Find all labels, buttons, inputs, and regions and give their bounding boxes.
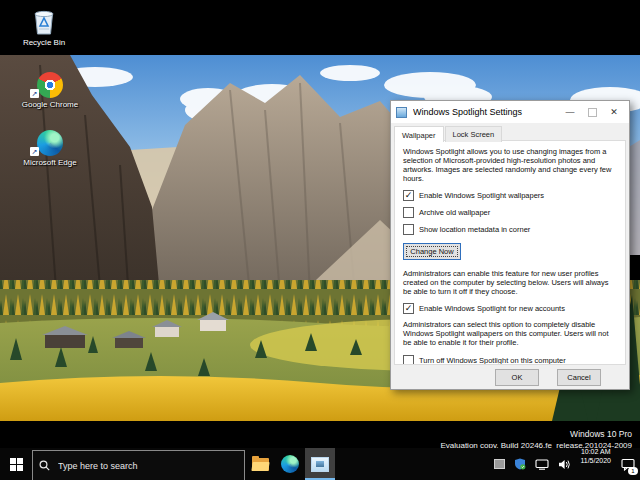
admin-disable-text: Administrators can select this option to… bbox=[403, 320, 617, 347]
dialog-title: Windows Spotlight Settings bbox=[413, 107, 559, 117]
wallpaper-tab-page: Windows Spotlight allows you to use chan… bbox=[394, 140, 626, 365]
volume-icon[interactable] bbox=[558, 459, 571, 470]
watermark-edition: Windows 10 Pro bbox=[440, 429, 632, 440]
checkbox-archive-old-wallpaper[interactable]: Archive old wallpaper bbox=[403, 207, 617, 218]
desktop-icon-label: Recycle Bin bbox=[12, 38, 76, 47]
shortcut-arrow-icon: ↗ bbox=[30, 89, 39, 98]
checkbox-label: Archive old wallpaper bbox=[419, 208, 490, 217]
cancel-button[interactable]: Cancel bbox=[557, 369, 601, 386]
app-window-icon bbox=[396, 107, 407, 118]
taskbar-clock[interactable]: 10:02 AM 11/5/2020 bbox=[575, 448, 616, 480]
taskbar-file-explorer[interactable] bbox=[245, 448, 275, 480]
checkbox-label: Turn off Windows Spotlight on this compu… bbox=[419, 356, 566, 365]
checkbox-box[interactable] bbox=[403, 207, 414, 218]
system-tray bbox=[490, 448, 575, 480]
desktop-icon-label: Google Chrome bbox=[18, 100, 82, 109]
start-button[interactable] bbox=[0, 448, 32, 480]
tab-lock-screen[interactable]: Lock Screen bbox=[445, 126, 503, 142]
windows-logo-icon bbox=[10, 458, 23, 471]
file-explorer-icon bbox=[252, 458, 269, 471]
checkbox-label: Enable Windows Spotlight wallpapers bbox=[419, 191, 544, 200]
maximize-button bbox=[581, 103, 603, 121]
taskbar: 10:02 AM 11/5/2020 1 bbox=[0, 448, 640, 480]
checkbox-box[interactable]: ✓ bbox=[403, 303, 414, 314]
desktop-icon-microsoft-edge[interactable]: ↗ Microsoft Edge bbox=[18, 124, 82, 167]
edge-icon bbox=[37, 130, 63, 156]
checkbox-box[interactable] bbox=[403, 355, 414, 365]
checkbox-enable-spotlight-new-accounts[interactable]: ✓ Enable Windows Spotlight for new accou… bbox=[403, 303, 617, 314]
edge-icon bbox=[281, 455, 299, 473]
dialog-footer: OK Cancel bbox=[391, 365, 629, 389]
taskbar-edge[interactable] bbox=[275, 448, 305, 480]
clock-time: 10:02 AM bbox=[580, 448, 611, 457]
tab-strip: Wallpaper Lock Screen bbox=[394, 126, 629, 142]
action-center-button[interactable]: 1 bbox=[616, 448, 640, 480]
checkbox-enable-spotlight-wallpapers[interactable]: ✓ Enable Windows Spotlight wallpapers bbox=[403, 190, 617, 201]
search-input[interactable] bbox=[56, 460, 238, 472]
taskbar-spotlight-settings-active[interactable] bbox=[305, 448, 335, 480]
dialog-titlebar: Windows Spotlight Settings — ✕ bbox=[391, 101, 629, 123]
desktop-icon-recycle-bin[interactable]: Recycle Bin bbox=[12, 4, 76, 47]
close-button[interactable]: ✕ bbox=[603, 103, 625, 121]
tab-wallpaper[interactable]: Wallpaper bbox=[394, 126, 444, 142]
admin-enable-text: Administrators can enable this feature f… bbox=[403, 269, 617, 296]
checkbox-show-location-metadata[interactable]: Show location metadata in corner bbox=[403, 224, 617, 235]
checkbox-label: Enable Windows Spotlight for new account… bbox=[419, 304, 565, 313]
search-icon bbox=[39, 460, 50, 471]
windows-security-icon[interactable] bbox=[514, 458, 526, 470]
clock-date: 11/5/2020 bbox=[580, 457, 611, 466]
desktop-icon-label: Microsoft Edge bbox=[18, 158, 82, 167]
desktop-icon-google-chrome[interactable]: ↗ Google Chrome bbox=[18, 66, 82, 109]
ok-button[interactable]: OK bbox=[495, 369, 539, 386]
taskbar-empty-area bbox=[335, 448, 490, 480]
taskbar-search[interactable] bbox=[32, 450, 245, 480]
shortcut-arrow-icon: ↗ bbox=[30, 147, 39, 156]
spotlight-app-icon bbox=[311, 457, 329, 472]
notification-badge: 1 bbox=[628, 467, 638, 475]
intro-text: Windows Spotlight allows you to use chan… bbox=[403, 147, 617, 183]
recycle-bin-icon bbox=[12, 4, 76, 36]
maximize-icon bbox=[588, 108, 597, 117]
tray-app-icon[interactable] bbox=[494, 459, 505, 469]
chrome-icon bbox=[37, 72, 63, 98]
checkbox-box[interactable] bbox=[403, 224, 414, 235]
change-now-button[interactable]: Change Now bbox=[403, 243, 461, 260]
checkbox-box[interactable]: ✓ bbox=[403, 190, 414, 201]
checkbox-turn-off-spotlight[interactable]: Turn off Windows Spotlight on this compu… bbox=[403, 355, 617, 365]
desktop-screen: Recycle Bin ↗ Google Chrome ↗ Microsoft … bbox=[0, 0, 640, 480]
checkbox-label: Show location metadata in corner bbox=[419, 225, 530, 234]
minimize-button[interactable]: — bbox=[559, 103, 581, 121]
windows-spotlight-settings-dialog: Windows Spotlight Settings — ✕ Wallpaper… bbox=[390, 100, 630, 390]
network-icon[interactable] bbox=[535, 459, 549, 470]
